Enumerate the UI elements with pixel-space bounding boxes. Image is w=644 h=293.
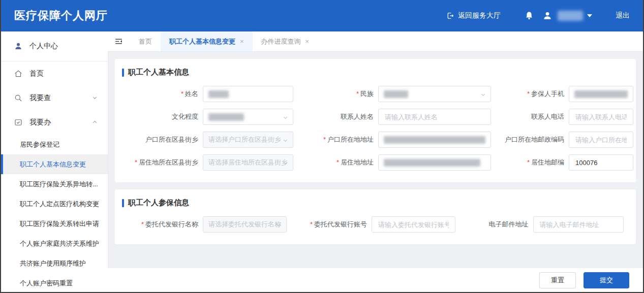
tab-1[interactable]: 职工个人基本信息变更× xyxy=(161,31,253,51)
redacted-value xyxy=(384,136,485,144)
tab-list: 首页职工个人基本信息变更×办件进度查询× xyxy=(130,31,318,51)
exit-page-icon xyxy=(446,12,454,20)
required-asterisk: * xyxy=(135,158,137,166)
sidebar-subitem-label: 个人账户家庭共济关系维护 xyxy=(20,239,99,248)
field-label: *民族 xyxy=(301,89,378,99)
sidebar-subitem-label: 共济账户使用顺序维护 xyxy=(20,259,86,268)
select-field[interactable]: 请选择委托代发银行名称 xyxy=(203,216,287,233)
redacted-value xyxy=(384,159,480,167)
sidebar-subitem-7[interactable]: 个人账户密码重置 xyxy=(1,273,108,292)
sidebar-item-query[interactable]: 我要查 xyxy=(1,86,108,110)
required-asterisk: * xyxy=(141,220,144,228)
select-placeholder: 请选择户口所在区县街乡 xyxy=(208,135,281,144)
bell-icon[interactable] xyxy=(524,11,534,21)
sidebar-subitem-4[interactable]: 职工医疗保险关系转出申请 xyxy=(1,214,108,234)
form-field: *委托代发银行名称请选择委托代发银行名称 xyxy=(122,216,292,233)
username-redacted[interactable] xyxy=(558,11,583,21)
select-field[interactable]: 请选择户口所在区县街乡 xyxy=(203,132,293,148)
app-window: 医疗保障个人网厅 返回服务大厅 xyxy=(0,0,644,293)
logout-button[interactable]: 退出 xyxy=(616,11,630,20)
text-input[interactable] xyxy=(539,216,619,233)
text-input[interactable] xyxy=(384,109,485,125)
required-asterisk: * xyxy=(323,136,326,143)
field-label: 文化程度 xyxy=(122,112,203,121)
select-field[interactable]: 请选择居住地所在区县街乡 xyxy=(203,154,293,171)
field-label: *户口所在地地址 xyxy=(301,135,378,144)
redacted-value xyxy=(574,90,628,98)
sidebar-subitem-label: 职工医疗保险关系异地转... xyxy=(20,180,98,189)
sidebar-sub-list: 居民参保登记职工个人基本信息变更职工医疗保险关系异地转...职工个人定点医疗机构… xyxy=(1,135,108,292)
form-field: 户口所在区县街乡请选择户口所在区县街乡 xyxy=(122,132,298,148)
text-field[interactable] xyxy=(378,132,491,148)
field-label: 户口所在地邮政编码 xyxy=(499,135,569,144)
select-field[interactable] xyxy=(203,109,293,125)
close-icon[interactable]: × xyxy=(240,38,244,45)
required-asterisk: * xyxy=(336,158,339,166)
text-field[interactable] xyxy=(533,216,624,233)
sidebar-subitem-0[interactable]: 居民参保登记 xyxy=(1,135,108,154)
text-field[interactable] xyxy=(372,216,455,233)
reset-button[interactable]: 重置 xyxy=(539,272,576,288)
sidebar-item-label: 首页 xyxy=(29,69,44,78)
text-input[interactable] xyxy=(574,132,628,148)
sidebar-subitem-2[interactable]: 职工医疗保险关系异地转... xyxy=(1,174,108,194)
sidebar-item-home[interactable]: 首页 xyxy=(1,61,108,86)
form-field: *姓名 xyxy=(122,86,298,102)
chevron-down-icon xyxy=(283,160,288,166)
sidebar-subitem-3[interactable]: 职工个人定点医疗机构变更 xyxy=(1,194,108,214)
cards-container: 职工个人基本信息*姓名*民族*参保人手机文化程度联系人姓名联系人电话户口所在区县… xyxy=(108,52,643,268)
redacted-value xyxy=(208,90,229,98)
text-input[interactable] xyxy=(574,109,628,125)
form-field: *委托代发银行账号 xyxy=(295,216,461,233)
task-check-icon xyxy=(14,118,23,127)
section-marker xyxy=(122,199,124,207)
form-field: *居住地地址 xyxy=(301,154,496,171)
tab-2[interactable]: 办件进度查询× xyxy=(253,31,318,51)
chevron-down-icon xyxy=(480,92,486,97)
tab-0[interactable]: 首页 xyxy=(130,31,161,51)
user-avatar-icon[interactable] xyxy=(542,11,553,21)
field-label: *居住地地址 xyxy=(301,158,378,167)
select-field[interactable] xyxy=(378,86,491,102)
text-field[interactable] xyxy=(569,154,633,171)
close-icon[interactable]: × xyxy=(305,38,310,45)
required-asterisk: * xyxy=(356,90,359,97)
submit-button[interactable]: 提交 xyxy=(584,272,629,288)
text-field[interactable] xyxy=(569,132,633,148)
menu-fold-icon[interactable] xyxy=(114,37,123,46)
text-field[interactable] xyxy=(569,109,633,125)
form-field: *居住地所在区县街乡请选择居住地所在区县街乡 xyxy=(122,154,298,171)
select-placeholder: 请选择居住地所在区县街乡 xyxy=(208,158,288,167)
text-input[interactable] xyxy=(574,154,628,171)
text-field[interactable] xyxy=(203,86,293,102)
section-title: 职工个人基本信息 xyxy=(128,68,189,77)
sidebar-subitem-6[interactable]: 共济账户使用顺序维护 xyxy=(1,253,108,273)
sidebar-item-apply[interactable]: 我要办 xyxy=(1,110,108,135)
form-field: 电子邮件地址 xyxy=(464,216,629,233)
field-label: *委托代发银行名称 xyxy=(122,220,203,229)
return-hall-button[interactable]: 返回服务大厅 xyxy=(446,11,501,20)
top-bar: 医疗保障个人网厅 返回服务大厅 xyxy=(1,0,643,31)
footer-bar: 重置 提交 xyxy=(108,268,643,292)
app-title: 医疗保障个人网厅 xyxy=(14,8,108,23)
sidebar-item-profile[interactable]: 个人中心 xyxy=(1,31,108,61)
field-label: *委托代发银行账号 xyxy=(295,220,372,229)
sidebar-subitem-1[interactable]: 职工个人基本信息变更 xyxy=(1,154,108,174)
form-field: *居住地邮编 xyxy=(499,154,638,171)
text-field[interactable] xyxy=(378,154,491,171)
text-field[interactable] xyxy=(378,109,491,125)
section-title: 职工个人参保信息 xyxy=(128,198,189,208)
chevron-up-icon xyxy=(92,118,98,126)
text-field[interactable] xyxy=(569,86,633,102)
text-input[interactable] xyxy=(377,216,450,233)
sidebar-subitem-5[interactable]: 个人账户家庭共济关系维护 xyxy=(1,234,108,253)
sidebar-subitem-label: 职工医疗保险关系转出申请 xyxy=(20,219,99,229)
field-label: 电子邮件地址 xyxy=(464,220,533,229)
section-marker xyxy=(122,69,124,77)
person-icon xyxy=(14,42,23,51)
form-field: 文化程度 xyxy=(122,109,298,125)
form-field: 联系人电话 xyxy=(499,109,638,125)
chevron-down-icon[interactable] xyxy=(587,14,592,17)
home-icon xyxy=(14,69,23,78)
select-placeholder: 请选择委托代发银行名称 xyxy=(208,220,281,229)
